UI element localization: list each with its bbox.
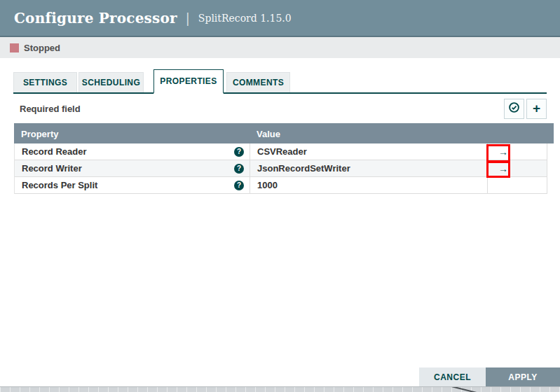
processor-name-version: SplitRecord 1.15.0 — [198, 13, 292, 24]
title-separator: | — [186, 10, 190, 25]
cancel-button-label: CANCEL — [434, 372, 471, 382]
property-value-cell[interactable]: JsonRecordSetWriter — [250, 160, 488, 176]
properties-toolbar: Required field + — [13, 94, 547, 123]
canvas-connection-line — [435, 386, 490, 392]
apply-button[interactable]: APPLY — [486, 368, 560, 386]
help-icon[interactable]: ? — [234, 181, 244, 190]
apply-button-label: APPLY — [508, 372, 537, 382]
help-icon[interactable]: ? — [234, 147, 244, 157]
tab-properties-label: PROPERTIES — [160, 76, 217, 86]
toolbar-buttons: + — [504, 99, 547, 119]
column-header-value: Value — [257, 129, 280, 139]
plus-icon: + — [533, 102, 540, 115]
table-header: Property Value — [14, 123, 554, 144]
add-property-button[interactable]: + — [526, 99, 547, 119]
table-row: Records Per Split ? 1000 — [15, 177, 547, 194]
required-field-label: Required field — [13, 104, 81, 114]
property-value: JsonRecordSetWriter — [257, 163, 350, 174]
property-action-cell: → — [488, 144, 547, 160]
property-value-cell[interactable]: CSVReader — [250, 144, 488, 160]
tab-scheduling[interactable]: SCHEDULING — [78, 72, 144, 92]
table-body: Record Reader ? CSVReader → Record Write… — [14, 144, 547, 194]
property-name: Records Per Split — [22, 180, 97, 190]
tab-settings-label: SETTINGS — [23, 78, 67, 88]
tab-comments[interactable]: COMMENTS — [226, 72, 290, 92]
check-circle-icon — [508, 102, 520, 116]
tab-scheduling-label: SCHEDULING — [82, 78, 140, 88]
property-name: Record Reader — [22, 146, 86, 157]
property-name-cell: Record Writer ? — [15, 160, 250, 176]
tab-comments-label: COMMENTS — [233, 78, 284, 88]
properties-table: Property Value Record Reader ? CSVReader… — [14, 123, 554, 194]
table-row: Record Reader ? CSVReader → — [15, 144, 547, 160]
go-to-service-arrow-icon[interactable]: → — [498, 164, 508, 174]
property-value: 1000 — [257, 180, 278, 190]
help-icon[interactable]: ? — [234, 164, 244, 174]
column-header-property: Property — [21, 129, 58, 139]
property-action-cell — [488, 177, 547, 193]
go-to-service-arrow-icon[interactable]: → — [498, 147, 508, 157]
tab-bar: SETTINGS SCHEDULING PROPERTIES COMMENTS — [13, 69, 547, 94]
property-value: CSVReader — [257, 146, 307, 157]
cancel-button[interactable]: CANCEL — [419, 368, 486, 386]
table-row: Record Writer ? JsonRecordSetWriter → — [15, 160, 547, 177]
tab-settings[interactable]: SETTINGS — [13, 72, 77, 92]
property-name: Record Writer — [22, 163, 82, 174]
dialog-title: Configure Processor — [14, 10, 177, 27]
property-value-cell[interactable]: 1000 — [250, 177, 488, 193]
status-label: Stopped — [24, 43, 60, 53]
status-bar: Stopped — [0, 37, 560, 58]
dialog-header: Configure Processor | SplitRecord 1.15.0 — [0, 0, 560, 37]
nifi-canvas-strip — [0, 386, 560, 392]
verify-properties-button[interactable] — [504, 99, 524, 119]
property-name-cell: Record Reader ? — [15, 144, 250, 160]
dialog-footer: CANCEL APPLY — [419, 368, 560, 386]
tab-properties[interactable]: PROPERTIES — [153, 69, 224, 94]
property-name-cell: Records Per Split ? — [15, 177, 250, 193]
stopped-state-icon — [10, 43, 19, 52]
property-action-cell: → — [488, 160, 547, 176]
